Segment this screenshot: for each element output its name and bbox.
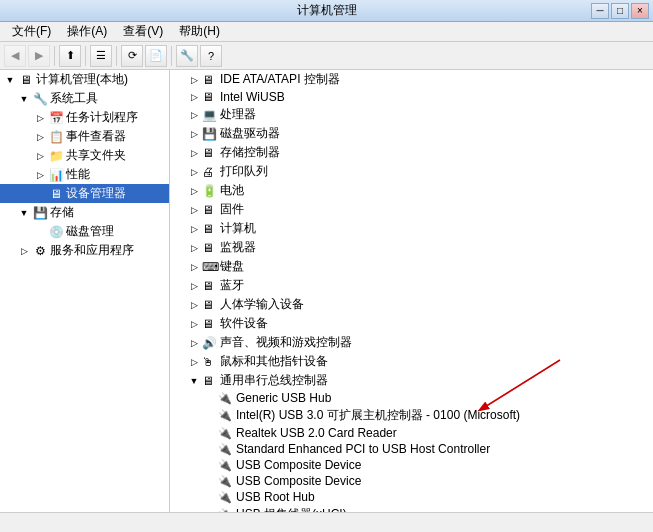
ide-icon: 🖥	[202, 73, 218, 87]
usb-ctrl-node[interactable]: ▼ 🖥 通用串行总线控制器	[170, 371, 653, 390]
processor-node[interactable]: ▷ 💻 处理器	[170, 105, 653, 124]
title-bar: 计算机管理 ─ □ ×	[0, 0, 653, 22]
toolbar-separator	[54, 46, 55, 66]
storage-ctrl-icon: 🖥	[202, 146, 218, 160]
usb-composite-1-node[interactable]: 🔌 USB Composite Device	[170, 457, 653, 473]
menu-file[interactable]: 文件(F)	[4, 21, 59, 42]
generic-hub-node[interactable]: 🔌 Generic USB Hub	[170, 390, 653, 406]
usb-ctrl-expand[interactable]: ▼	[186, 376, 202, 386]
usb-xhci-node[interactable]: 🔌 USB 根集线器(xHCI)	[170, 505, 653, 512]
forward-button[interactable]: ▶	[28, 45, 50, 67]
main-layout: ▼ 🖥 计算机管理(本地) ▼ 🔧 系统工具 ▷ 📅 任务计划程序 ▷ 📋 事件…	[0, 70, 653, 512]
close-button[interactable]: ×	[631, 3, 649, 19]
audio-ctrl-expand[interactable]: ▷	[186, 338, 202, 348]
proc-expand[interactable]: ▷	[186, 110, 202, 120]
print-expand[interactable]: ▷	[186, 167, 202, 177]
keyboard-expand[interactable]: ▷	[186, 262, 202, 272]
usb-composite-2-node[interactable]: 🔌 USB Composite Device	[170, 473, 653, 489]
toolbar: ◀ ▶ ⬆ ☰ ⟳ 📄 🔧 ?	[0, 42, 653, 70]
std-enhanced-node[interactable]: 🔌 Standard Enhanced PCI to USB Host Cont…	[170, 441, 653, 457]
storage-ctrl-expand[interactable]: ▷	[186, 148, 202, 158]
monitor-expand[interactable]: ▷	[186, 243, 202, 253]
bluetooth-expand[interactable]: ▷	[186, 281, 202, 291]
toolbar-separator-3	[116, 46, 117, 66]
tree-root[interactable]: ▼ 🖥 计算机管理(本地)	[0, 70, 169, 89]
menu-action[interactable]: 操作(A)	[59, 21, 115, 42]
usb-root-hub-node[interactable]: 🔌 USB Root Hub	[170, 489, 653, 505]
up-button[interactable]: ⬆	[59, 45, 81, 67]
mouse-icon: 🖱	[202, 355, 218, 369]
device-manager-icon: 🖥	[48, 186, 64, 202]
sw-dev-expand[interactable]: ▷	[186, 319, 202, 329]
refresh-button[interactable]: ⟳	[121, 45, 143, 67]
event-viewer-expand[interactable]: ▷	[32, 129, 48, 145]
export-button[interactable]: 📄	[145, 45, 167, 67]
performance-expand[interactable]: ▷	[32, 167, 48, 183]
storage-expand[interactable]: ▼	[16, 205, 32, 221]
bluetooth-node[interactable]: ▷ 🖥 蓝牙	[170, 276, 653, 295]
intel-expand[interactable]: ▷	[186, 92, 202, 102]
audio-ctrl-node[interactable]: ▷ 🔊 声音、视频和游戏控制器	[170, 333, 653, 352]
usb-ctrl-icon: 🖥	[202, 374, 218, 388]
system-tools-node[interactable]: ▼ 🔧 系统工具	[0, 89, 169, 108]
realtek-node[interactable]: 🔌 Realtek USB 2.0 Card Reader	[170, 425, 653, 441]
audio-ctrl-label: 声音、视频和游戏控制器	[220, 334, 352, 351]
minimize-button[interactable]: ─	[591, 3, 609, 19]
firmware-expand[interactable]: ▷	[186, 205, 202, 215]
mouse-expand[interactable]: ▷	[186, 357, 202, 367]
storage-ctrl-node[interactable]: ▷ 🖥 存储控制器	[170, 143, 653, 162]
storage-node[interactable]: ▼ 💾 存储	[0, 203, 169, 222]
ide-expand[interactable]: ▷	[186, 75, 202, 85]
performance-node[interactable]: ▷ 📊 性能	[0, 165, 169, 184]
system-tools-icon: 🔧	[32, 91, 48, 107]
shared-folders-node[interactable]: ▷ 📁 共享文件夹	[0, 146, 169, 165]
maximize-button[interactable]: □	[611, 3, 629, 19]
services-node[interactable]: ▷ ⚙ 服务和应用程序	[0, 241, 169, 260]
task-scheduler-node[interactable]: ▷ 📅 任务计划程序	[0, 108, 169, 127]
keyboard-node[interactable]: ▷ ⌨ 键盘	[170, 257, 653, 276]
system-tools-expand[interactable]: ▼	[16, 91, 32, 107]
storage-ctrl-label: 存储控制器	[220, 144, 280, 161]
task-scheduler-expand[interactable]: ▷	[32, 110, 48, 126]
disk-drive-node[interactable]: ▷ 💾 磁盘驱动器	[170, 124, 653, 143]
ide-node[interactable]: ▷ 🖥 IDE ATA/ATAPI 控制器	[170, 70, 653, 89]
hid-expand[interactable]: ▷	[186, 300, 202, 310]
monitor-node[interactable]: ▷ 🖥 监视器	[170, 238, 653, 257]
services-expand[interactable]: ▷	[16, 243, 32, 259]
battery-node[interactable]: ▷ 🔋 电池	[170, 181, 653, 200]
event-viewer-node[interactable]: ▷ 📋 事件查看器	[0, 127, 169, 146]
back-button[interactable]: ◀	[4, 45, 26, 67]
root-expand[interactable]: ▼	[2, 72, 18, 88]
software-dev-node[interactable]: ▷ 🖥 软件设备	[170, 314, 653, 333]
device-manager-node[interactable]: 🖥 设备管理器	[0, 184, 169, 203]
firmware-node[interactable]: ▷ 🖥 固件	[170, 200, 653, 219]
shared-folders-expand[interactable]: ▷	[32, 148, 48, 164]
mouse-node[interactable]: ▷ 🖱 鼠标和其他指针设备	[170, 352, 653, 371]
storage-icon: 💾	[32, 205, 48, 221]
intel-wiusb-node[interactable]: ▷ 🖥 Intel WiUSB	[170, 89, 653, 105]
properties-button[interactable]: 🔧	[176, 45, 198, 67]
mouse-label: 鼠标和其他指针设备	[220, 353, 328, 370]
menu-help[interactable]: 帮助(H)	[171, 21, 228, 42]
menu-bar: 文件(F) 操作(A) 查看(V) 帮助(H)	[0, 22, 653, 42]
intel-label: Intel WiUSB	[220, 90, 285, 104]
show-hide-button[interactable]: ☰	[90, 45, 112, 67]
device-manager-expand[interactable]	[32, 186, 48, 202]
menu-view[interactable]: 查看(V)	[115, 21, 171, 42]
computer-node[interactable]: ▷ 🖥 计算机	[170, 219, 653, 238]
right-panel-wrapper: ▷ 🖥 IDE ATA/ATAPI 控制器 ▷ 🖥 Intel WiUSB ▷ …	[170, 70, 653, 512]
hid-node[interactable]: ▷ 🖥 人体学输入设备	[170, 295, 653, 314]
disk-expand[interactable]: ▷	[186, 129, 202, 139]
device-manager-label: 设备管理器	[66, 185, 126, 202]
print-queue-node[interactable]: ▷ 🖨 打印队列	[170, 162, 653, 181]
disk-mgmt-node[interactable]: 💿 磁盘管理	[0, 222, 169, 241]
firmware-label: 固件	[220, 201, 244, 218]
help-button[interactable]: ?	[200, 45, 222, 67]
left-panel: ▼ 🖥 计算机管理(本地) ▼ 🔧 系统工具 ▷ 📅 任务计划程序 ▷ 📋 事件…	[0, 70, 170, 512]
usb-composite-1-label: USB Composite Device	[236, 458, 361, 472]
computer-expand[interactable]: ▷	[186, 224, 202, 234]
intel-usb3-node[interactable]: 🔌 Intel(R) USB 3.0 可扩展主机控制器 - 0100 (Micr…	[170, 406, 653, 425]
battery-expand[interactable]: ▷	[186, 186, 202, 196]
disk-mgmt-expand[interactable]	[32, 224, 48, 240]
battery-label: 电池	[220, 182, 244, 199]
